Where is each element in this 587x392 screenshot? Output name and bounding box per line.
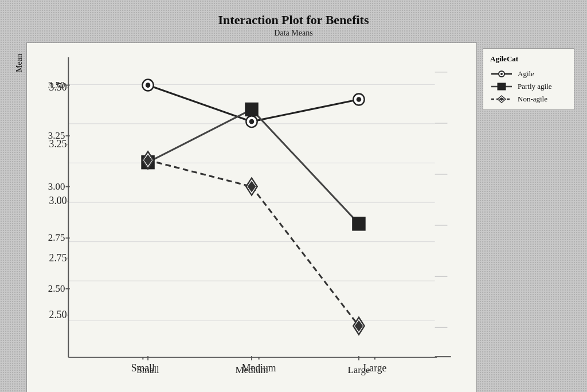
- chart-body: Mean: [13, 42, 574, 392]
- chart-subtitle: Data Means: [274, 29, 312, 38]
- chart-container: Interaction Plot for Benefits Data Means…: [13, 7, 574, 385]
- svg-rect-91: [498, 83, 506, 90]
- svg-text:3.00: 3.00: [48, 181, 65, 191]
- svg-text:Large: Large: [347, 364, 370, 375]
- svg-point-77: [357, 97, 361, 102]
- svg-text:Small: Small: [136, 364, 159, 375]
- chart-title: Interaction Plot for Benefits: [218, 13, 369, 28]
- legend-title: AgileCat: [490, 54, 567, 64]
- svg-rect-79: [245, 103, 258, 116]
- svg-text:3.50: 3.50: [48, 79, 65, 90]
- legend-line-non-agile: [490, 95, 513, 104]
- legend-item-agile: Agile: [490, 69, 567, 79]
- legend-line-partly-agile: [490, 82, 513, 91]
- legend-label-non-agile: Non-agile: [518, 95, 547, 104]
- svg-text:2.75: 2.75: [48, 232, 65, 243]
- legend-label-partly-agile: Partly agile: [518, 82, 552, 91]
- svg-text:3.25: 3.25: [48, 130, 65, 141]
- svg-rect-40: [68, 57, 435, 358]
- legend-box: AgileCat Agile: [483, 48, 574, 110]
- svg-text:Medium: Medium: [235, 364, 268, 375]
- y-axis-label: Mean: [13, 54, 26, 72]
- plot-area-wrapper: 3.50 3.25 3.00 2.75 2.50: [26, 42, 574, 392]
- plot-and-legend: 3.50 3.25 3.00 2.75 2.50: [26, 42, 574, 392]
- svg-text:2.50: 2.50: [48, 283, 65, 294]
- plot-area: 3.50 3.25 3.00 2.75 2.50: [26, 42, 477, 392]
- svg-rect-80: [353, 217, 365, 230]
- legend-label-agile: Agile: [518, 69, 534, 79]
- svg-point-73: [146, 83, 150, 88]
- plot-svg: 3.50 3.25 3.00 2.75 2.50: [27, 43, 476, 392]
- legend-item-non-agile: Non-agile: [490, 95, 567, 104]
- legend-item-partly-agile: Partly agile: [490, 82, 567, 91]
- legend-line-agile: [490, 69, 513, 79]
- svg-point-75: [249, 119, 254, 124]
- svg-point-89: [500, 73, 503, 75]
